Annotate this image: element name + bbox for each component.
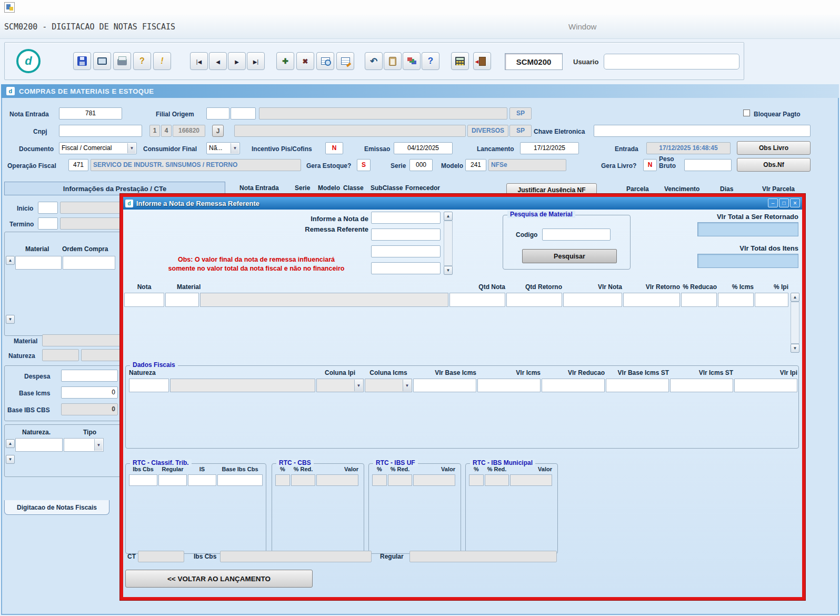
scrollbar-track[interactable] [444, 221, 453, 266]
operacao-fiscal-code-field[interactable]: 471 [68, 159, 88, 171]
gera-estoque-field[interactable]: S [357, 159, 371, 171]
pct-icms-cell[interactable] [718, 293, 754, 307]
undo-button[interactable] [365, 52, 383, 70]
scroll-down-icon[interactable] [6, 315, 15, 324]
edit-grid-button[interactable] [336, 52, 354, 70]
maximize-icon[interactable] [779, 198, 789, 207]
remessa-nota-field-1[interactable] [371, 212, 441, 224]
save-button[interactable] [73, 52, 91, 70]
vlr-base-icms-cell[interactable] [413, 379, 476, 392]
nav-first-button[interactable] [190, 52, 208, 70]
scrollbar-track[interactable] [791, 302, 799, 344]
emissao-field[interactable]: 04/12/2025 [394, 142, 453, 154]
cnpj-field[interactable] [59, 125, 142, 137]
vlr-reducao-cell[interactable] [542, 379, 605, 392]
filial-origem-field-2[interactable] [231, 107, 256, 120]
delete-record-button[interactable] [296, 52, 314, 70]
coluna-icms-select[interactable] [365, 379, 412, 392]
pesquisar-button[interactable]: Pesquisar [522, 249, 617, 263]
natureza-cell[interactable] [15, 438, 63, 452]
pct-ipi-cell[interactable] [755, 293, 788, 307]
remessa-nota-field-4[interactable] [371, 262, 441, 274]
vlr-base-icms-st-cell[interactable] [606, 379, 669, 392]
screen-button[interactable] [93, 52, 111, 70]
is-cell[interactable] [188, 474, 216, 486]
print-button[interactable] [113, 52, 131, 70]
help-button[interactable] [422, 52, 439, 70]
query-grid-button[interactable] [316, 52, 334, 70]
ibs-cbs-cell[interactable] [129, 474, 157, 486]
scroll-down-icon[interactable] [791, 344, 799, 353]
cards-button[interactable] [403, 52, 421, 70]
nav-next-button[interactable] [228, 52, 246, 70]
tab-digitacao-notas[interactable]: Digitacao de Notas Fiscais [4, 500, 109, 515]
usuario-input[interactable] [604, 54, 739, 69]
coluna-ipi-select[interactable] [316, 379, 364, 392]
serie-field[interactable]: 000 [409, 159, 433, 171]
material-cell[interactable] [15, 256, 62, 270]
vlr-icms-st-cell[interactable] [670, 379, 733, 392]
documento-select[interactable]: Fiscal / Comercial [59, 142, 137, 154]
bloquear-pagto-checkbox[interactable] [743, 110, 750, 116]
scroll-down-icon[interactable] [444, 266, 453, 275]
incentivo-field[interactable]: N [325, 142, 343, 154]
peso-bruto-field[interactable] [684, 159, 732, 171]
scroll-down-icon[interactable] [6, 455, 15, 464]
close-icon[interactable] [790, 198, 800, 207]
nav-prev-button[interactable] [209, 52, 227, 70]
remessa-nota-field-2[interactable] [371, 228, 441, 241]
base-icms-field[interactable]: 0 [61, 386, 118, 399]
scroll-up-icon[interactable] [6, 439, 15, 448]
material-code-cell[interactable] [165, 293, 199, 307]
obs-livro-button[interactable]: Obs Livro [737, 141, 811, 155]
exit-button[interactable] [473, 52, 491, 70]
lancamento-field[interactable]: 17/12/2025 [520, 142, 579, 154]
chevron-down-icon[interactable] [231, 143, 239, 153]
qtd-retorno-cell[interactable] [506, 293, 562, 307]
termino-field[interactable] [38, 217, 58, 230]
natureza-code-cell[interactable] [129, 379, 169, 392]
despesa-field[interactable] [61, 370, 118, 382]
paste-button[interactable] [384, 52, 402, 70]
minimize-icon[interactable] [768, 198, 778, 207]
cnpj-j-button[interactable]: J [212, 125, 224, 137]
obs-nf-button[interactable]: Obs.Nf [737, 158, 811, 172]
nav-last-button[interactable] [247, 52, 265, 70]
dialog-titlebar[interactable]: Informe a Nota de Remessa Referente [123, 197, 802, 210]
scroll-up-icon[interactable] [791, 293, 799, 302]
wizard-help-button[interactable] [133, 52, 151, 70]
vlr-ipi-cell[interactable] [734, 379, 797, 392]
window-menu[interactable]: Window [568, 22, 596, 31]
remessa-nota-field-3[interactable] [371, 245, 441, 257]
voltar-lancamento-button[interactable]: << VOLTAR AO LANÇAMENTO [125, 570, 313, 588]
chevron-down-icon[interactable] [127, 143, 136, 153]
wizard-run-button[interactable] [153, 52, 171, 70]
gera-livro-field[interactable]: N [643, 159, 657, 171]
base-ibs-cbs-cell[interactable] [217, 474, 263, 486]
scroll-up-icon[interactable] [444, 212, 453, 221]
qtd-nota-cell[interactable] [449, 293, 505, 307]
chevron-down-icon[interactable] [94, 439, 103, 451]
scroll-up-icon[interactable] [6, 256, 15, 265]
modelo-field[interactable]: 241 [465, 159, 486, 171]
ordem-compra-cell[interactable] [63, 256, 115, 270]
pct-reducao-cell[interactable] [681, 293, 717, 307]
chevron-down-icon[interactable] [354, 380, 363, 391]
vlr-icms-cell[interactable] [477, 379, 541, 392]
consumidor-final-select[interactable]: Nã... [206, 142, 240, 154]
add-record-button[interactable] [276, 52, 294, 70]
regular-cell[interactable] [158, 474, 187, 486]
filial-origem-field-1[interactable] [206, 107, 229, 120]
calculator-button[interactable] [451, 52, 469, 70]
chave-eletronica-field[interactable] [594, 125, 811, 137]
vlr-nota-cell[interactable] [563, 293, 622, 307]
codigo-field[interactable] [542, 228, 611, 241]
nota-cell[interactable] [124, 293, 164, 307]
nota-entrada-field[interactable]: 781 [59, 107, 122, 120]
vlr-retorno-cell[interactable] [623, 293, 680, 307]
filial-uf-field: SP [509, 107, 532, 120]
tipo-select-cell[interactable] [64, 438, 104, 452]
inicio-field[interactable] [38, 202, 58, 214]
col-header-vlr-icms-st: Vlr Icms ST [670, 369, 733, 376]
chevron-down-icon[interactable] [403, 380, 411, 391]
